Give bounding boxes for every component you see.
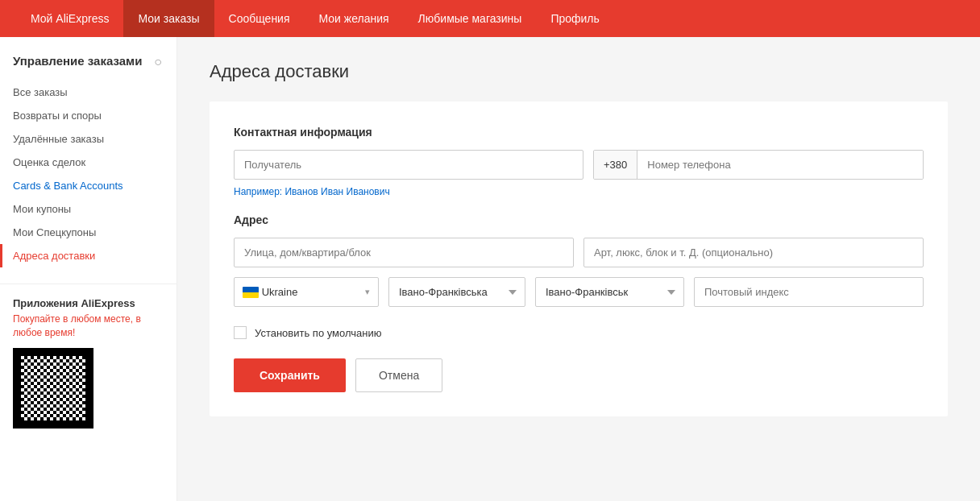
nav-my-aliexpress[interactable]: Мой AliExpress — [16, 0, 123, 37]
nav-favorite-stores[interactable]: Любимые магазины — [404, 0, 537, 37]
sidebar-item-deleted-orders[interactable]: Удалённые заказы — [0, 127, 176, 151]
app-promo-subtitle: Покупайте в любом месте, в любое время! — [13, 313, 164, 340]
qr-code-pattern — [21, 356, 85, 420]
sidebar-item-cards-bank[interactable]: Cards & Bank Accounts — [0, 174, 176, 197]
nav-wishlist[interactable]: Мои желания — [305, 0, 404, 37]
ukraine-flag-icon — [243, 287, 259, 298]
postal-code-input[interactable] — [694, 277, 924, 307]
qr-code-image — [13, 348, 93, 429]
street-input[interactable] — [234, 238, 574, 267]
form-buttons: Сохранить Отмена — [234, 358, 924, 392]
page-layout: Управление заказами ○ Все заказы Возврат… — [0, 37, 980, 501]
save-button[interactable]: Сохранить — [234, 358, 346, 392]
address-form-card: Контактная информация +380 Например: Ива… — [210, 101, 948, 416]
sidebar-item-specials[interactable]: Мои Спецкупоны — [0, 221, 176, 244]
sidebar-link-coupons[interactable]: Мои купоны — [0, 197, 176, 221]
address-section-label: Адрес — [234, 213, 924, 226]
region-select[interactable]: Івано-Франківська — [388, 277, 525, 307]
phone-group: +380 — [593, 150, 924, 180]
app-promo-title: Приложения AliExpress — [13, 297, 164, 309]
sidebar-collapse-button[interactable]: ○ — [152, 53, 164, 71]
address-location-row: Ukraine Івано-Франківська Івано-Франківс… — [234, 277, 924, 307]
default-checkbox-label[interactable]: Установить по умолчанию — [255, 327, 381, 339]
nav-profile[interactable]: Профиль — [536, 0, 613, 37]
main-content: Адреса доставки Контактная информация +3… — [177, 37, 980, 501]
sidebar-item-all-orders[interactable]: Все заказы — [0, 81, 176, 104]
sidebar-header: Управление заказами ○ — [0, 53, 176, 81]
sidebar-item-coupons[interactable]: Мои купоны — [0, 197, 176, 221]
sidebar-link-cards-bank[interactable]: Cards & Bank Accounts — [0, 174, 176, 197]
sidebar-item-returns[interactable]: Возвраты и споры — [0, 104, 176, 127]
country-select[interactable]: Ukraine — [234, 277, 379, 307]
sidebar-link-all-orders[interactable]: Все заказы — [0, 81, 176, 104]
nav-my-orders[interactable]: Мои заказы — [123, 0, 214, 37]
top-navigation: Мой AliExpress Мои заказы Сообщения Мои … — [0, 0, 980, 37]
cancel-button[interactable]: Отмена — [355, 358, 442, 392]
recipient-input[interactable] — [234, 150, 583, 180]
recipient-example-text: Например: Иванов Иван Иванович — [234, 186, 924, 197]
sidebar: Управление заказами ○ Все заказы Возврат… — [0, 37, 177, 501]
apt-input[interactable] — [583, 238, 924, 267]
default-checkbox[interactable] — [234, 326, 247, 339]
default-checkbox-row: Установить по умолчанию — [234, 326, 924, 339]
sidebar-link-deal-evaluation[interactable]: Оценка сделок — [0, 151, 176, 174]
phone-code-prefix: +380 — [594, 151, 637, 179]
sidebar-link-deleted-orders[interactable]: Удалённые заказы — [0, 127, 176, 151]
country-label: Ukraine — [262, 286, 298, 298]
nav-messages[interactable]: Сообщения — [214, 0, 305, 37]
app-promo-section: Приложения AliExpress Покупайте в любом … — [0, 284, 176, 441]
sidebar-nav: Все заказы Возвраты и споры Удалённые за… — [0, 81, 176, 267]
city-select[interactable]: Івано-Франківськ — [535, 277, 684, 307]
sidebar-item-deal-evaluation[interactable]: Оценка сделок — [0, 151, 176, 174]
contact-info-row: +380 — [234, 150, 924, 180]
contact-section-label: Контактная информация — [234, 126, 924, 139]
address-street-row — [234, 238, 924, 267]
phone-number-input[interactable] — [637, 151, 923, 179]
sidebar-link-specials[interactable]: Мои Спецкупоны — [0, 221, 176, 244]
page-title: Адреса доставки — [210, 61, 948, 82]
sidebar-item-delivery-address[interactable]: Адреса доставки — [0, 244, 176, 267]
sidebar-section-title: Управление заказами — [13, 53, 142, 69]
sidebar-link-delivery-address[interactable]: Адреса доставки — [0, 244, 176, 267]
sidebar-link-returns[interactable]: Возвраты и споры — [0, 104, 176, 127]
